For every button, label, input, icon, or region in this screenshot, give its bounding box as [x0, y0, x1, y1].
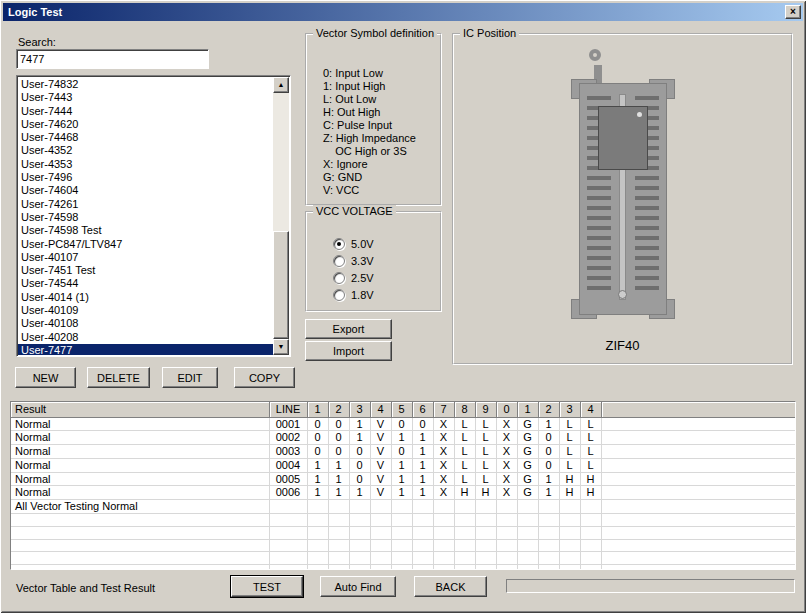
pin-cell: [349, 565, 370, 570]
table-header-row: ResultLINE12345678901234: [11, 402, 795, 417]
list-item[interactable]: User-40109: [18, 304, 273, 317]
pin-cell: [496, 526, 517, 539]
table-row[interactable]: All Vector Testing Normal: [11, 500, 795, 514]
result-cell: [11, 552, 269, 565]
pin-cell: 1: [391, 486, 412, 500]
pin-cell: 1: [328, 458, 349, 472]
result-cell: Normal: [11, 472, 269, 486]
table-header-cell: Result: [11, 402, 269, 417]
pin-cell: [328, 526, 349, 539]
test-button[interactable]: TEST: [231, 576, 303, 597]
table-row[interactable]: Normal0001001V00XLLXG1LL: [11, 417, 795, 431]
pin-cell: 0: [328, 431, 349, 445]
table-header-cell: 3: [349, 402, 370, 417]
pin-cell: [496, 500, 517, 514]
vcc-voltage-group: VCC VOLTAGE 5.0V3.3V2.5V1.8V: [305, 211, 442, 312]
radio-icon[interactable]: [333, 238, 345, 250]
radio-icon[interactable]: [333, 272, 345, 284]
scrollbar-thumb[interactable]: [273, 231, 289, 339]
search-input[interactable]: [16, 49, 209, 69]
radio-icon[interactable]: [333, 255, 345, 267]
pin-cell: [517, 552, 538, 565]
pin-cell: [496, 514, 517, 527]
pin-cell: V: [370, 445, 391, 459]
new-button[interactable]: NEW: [15, 367, 76, 388]
list-item[interactable]: User-7496: [18, 171, 273, 184]
vector-symbol-line: H: Out High: [323, 106, 436, 119]
pin-cell: 1: [412, 445, 433, 459]
table-row[interactable]: Normal0004110V11XLLXG0LL: [11, 458, 795, 472]
auto-find-button[interactable]: Auto Find: [320, 576, 396, 597]
radio-icon[interactable]: [333, 289, 345, 301]
close-button[interactable]: ×: [785, 5, 801, 19]
list-item[interactable]: User-74620: [18, 118, 273, 131]
filler-cell: [601, 431, 795, 445]
vcc-option[interactable]: 5.0V: [333, 235, 374, 252]
vector-symbol-line: X: Ignore: [323, 158, 436, 171]
list-item[interactable]: User-74468: [18, 131, 273, 144]
list-item[interactable]: User-74261: [18, 198, 273, 211]
line-cell: 0006: [269, 486, 307, 500]
line-cell: [269, 565, 307, 570]
pin-cell: [433, 514, 454, 527]
list-item[interactable]: User-PC847/LTV847: [18, 238, 273, 251]
list-item[interactable]: User-7444: [18, 105, 273, 118]
list-item[interactable]: User-40208: [18, 331, 273, 344]
pin-cell: [412, 514, 433, 527]
list-item[interactable]: User-40107: [18, 251, 273, 264]
vcc-option[interactable]: 1.8V: [333, 286, 374, 303]
table-header-cell: 1: [517, 402, 538, 417]
list-item[interactable]: User-7477: [18, 344, 273, 355]
export-button[interactable]: Export: [305, 319, 392, 339]
table-header-cell: 4: [580, 402, 601, 417]
table-row[interactable]: [11, 539, 795, 552]
vector-symbol-group: Vector Symbol definition 0: Input Low1: …: [305, 33, 442, 206]
pin-cell: G: [517, 486, 538, 500]
table-row[interactable]: Normal0005110V11XLLXG1HH: [11, 472, 795, 486]
filler-cell: [601, 500, 795, 514]
list-item[interactable]: User-74832: [18, 78, 273, 91]
list-item[interactable]: User-4352: [18, 144, 273, 157]
edit-button[interactable]: EDIT: [162, 367, 218, 388]
table-row[interactable]: Normal0006111V11XHHXG1HH: [11, 486, 795, 500]
list-item[interactable]: User-74598: [18, 211, 273, 224]
pin-cell: 0: [328, 445, 349, 459]
list-item[interactable]: User-7451 Test: [18, 264, 273, 277]
import-button[interactable]: Import: [305, 341, 392, 361]
table-row[interactable]: [11, 565, 795, 570]
list-item[interactable]: User-74604: [18, 184, 273, 197]
pin-cell: [517, 565, 538, 570]
pin-cell: [517, 539, 538, 552]
scroll-up-button[interactable]: ▲: [273, 77, 289, 93]
pin-cell: L: [454, 417, 475, 431]
delete-button[interactable]: DELETE: [87, 367, 150, 388]
vcc-option-label: 3.3V: [351, 255, 374, 267]
table-row[interactable]: [11, 514, 795, 527]
pin-cell: 0: [391, 445, 412, 459]
vcc-option[interactable]: 3.3V: [333, 252, 374, 269]
table-row[interactable]: [11, 552, 795, 565]
zif-socket-graphic: [563, 49, 683, 335]
window-title: Logic Test: [8, 6, 62, 18]
filler-cell: [601, 486, 795, 500]
list-item[interactable]: User-40108: [18, 317, 273, 330]
back-button[interactable]: BACK: [414, 576, 487, 597]
pin-cell: [391, 500, 412, 514]
table-row[interactable]: Normal0003000V01XLLXG0LL: [11, 445, 795, 459]
list-scrollbar[interactable]: ▲ ▼: [273, 77, 289, 355]
list-item[interactable]: User-7443: [18, 91, 273, 104]
vcc-option-label: 1.8V: [351, 289, 374, 301]
list-item[interactable]: User-74544: [18, 277, 273, 290]
list-item[interactable]: User-4014 (1): [18, 291, 273, 304]
list-item[interactable]: User-4353: [18, 158, 273, 171]
pin-cell: X: [433, 472, 454, 486]
copy-button[interactable]: COPY: [234, 367, 295, 388]
line-cell: [269, 539, 307, 552]
scroll-down-button[interactable]: ▼: [273, 339, 289, 355]
list-item[interactable]: User-74598 Test: [18, 224, 273, 237]
pin-cell: [412, 565, 433, 570]
table-row[interactable]: [11, 526, 795, 539]
pin-cell: [454, 552, 475, 565]
table-row[interactable]: Normal0002001V11XLLXG0LL: [11, 431, 795, 445]
vcc-option[interactable]: 2.5V: [333, 269, 374, 286]
